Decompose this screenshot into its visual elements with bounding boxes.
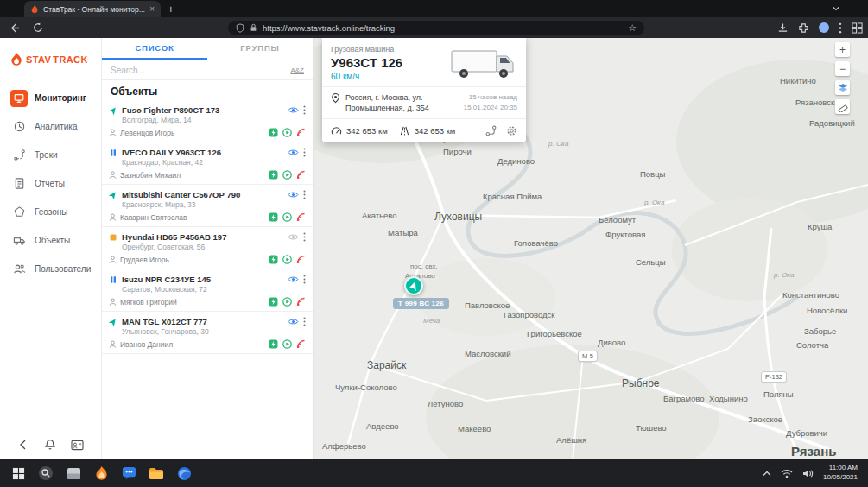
- vehicle-address: Ульяновск, Гончарова, 30: [122, 327, 306, 336]
- measure-button[interactable]: [835, 99, 850, 114]
- eye-off-icon[interactable]: [288, 233, 299, 241]
- messenger-button[interactable]: [117, 462, 140, 484]
- sidebar-item-analytics[interactable]: Аналитика: [0, 112, 101, 141]
- gps-icon[interactable]: [296, 128, 306, 137]
- profile-avatar[interactable]: [819, 22, 829, 33]
- sidebar-item-monitoring[interactable]: Мониторинг: [0, 84, 101, 112]
- stavtrack-app-button[interactable]: [90, 462, 112, 484]
- kebab-menu-icon[interactable]: [303, 232, 306, 242]
- extensions-icon[interactable]: [798, 22, 809, 34]
- map-canvas[interactable]: М-5 Р-132 Т 999 ВС 126 + −: [314, 38, 868, 459]
- tray-expand-icon[interactable]: [763, 471, 771, 477]
- ignition-icon[interactable]: [282, 297, 292, 307]
- bookmark-star-icon[interactable]: ☆: [628, 22, 637, 34]
- vehicle-row[interactable]: IVECO DAILY У963СТ 126 Краснодар, Красна…: [102, 142, 313, 185]
- notifications-bell-icon[interactable]: [44, 439, 56, 451]
- map-place-label: Зарайск: [367, 359, 406, 371]
- charge-icon[interactable]: [269, 255, 278, 264]
- sidebar-item-tracks[interactable]: Треки: [0, 141, 101, 169]
- start-button[interactable]: [7, 462, 29, 484]
- apps-grid-icon[interactable]: [852, 22, 863, 34]
- eye-icon[interactable]: [288, 275, 299, 283]
- sidebar-item-users[interactable]: Пользователи: [0, 255, 101, 283]
- gps-icon[interactable]: [296, 297, 306, 307]
- zoom-in-button[interactable]: +: [835, 42, 850, 57]
- layers-button[interactable]: [835, 80, 850, 95]
- gps-icon[interactable]: [296, 339, 306, 349]
- taskbar-clock[interactable]: 11:00 AM 10/05/2021: [823, 464, 858, 483]
- kebab-menu-icon[interactable]: [303, 105, 306, 115]
- collapse-back-icon[interactable]: [17, 439, 29, 451]
- url-text[interactable]: https://www.stavtrack.online/tracking: [263, 23, 623, 33]
- logo-flame-icon: [10, 53, 22, 66]
- search-input[interactable]: [111, 66, 290, 75]
- url-bar[interactable]: https://www.stavtrack.online/tracking ☆: [228, 21, 644, 35]
- sort-az-button[interactable]: A&Z: [290, 66, 304, 74]
- eye-icon[interactable]: [288, 318, 299, 326]
- ignition-icon[interactable]: [282, 170, 292, 180]
- ignition-icon[interactable]: [282, 255, 292, 264]
- vehicle-row[interactable]: Mitsubishi Canter С567ОР 790 Красноярск,…: [102, 185, 313, 227]
- vehicle-row[interactable]: Hyundai HD65 Р456АВ 197 Оренбург, Советс…: [102, 227, 313, 269]
- vehicle-row[interactable]: MAN TGL Х012СТ 777 Ульяновск, Гончарова,…: [102, 312, 313, 354]
- lock-icon[interactable]: [250, 23, 257, 32]
- browser-button[interactable]: [173, 462, 195, 484]
- file-manager-button[interactable]: [62, 462, 85, 484]
- vehicle-row[interactable]: Fuso Fighter Р890СТ 173 Волгоград, Мира,…: [102, 100, 313, 142]
- taskbar-search-button[interactable]: [35, 462, 57, 484]
- zoom-out-button[interactable]: −: [835, 61, 850, 76]
- ignition-icon[interactable]: [282, 339, 292, 349]
- tab-close-icon[interactable]: ×: [149, 5, 155, 14]
- ignition-icon[interactable]: [282, 212, 292, 222]
- kebab-menu-icon[interactable]: [303, 190, 306, 199]
- gps-icon[interactable]: [296, 255, 306, 264]
- map-place-label: Авдеево: [366, 421, 399, 431]
- menu-kebab-icon[interactable]: [839, 22, 842, 34]
- ignition-icon[interactable]: [282, 128, 292, 137]
- map-place-label: Меча: [423, 317, 440, 325]
- reload-icon[interactable]: [33, 22, 43, 33]
- charge-icon[interactable]: [269, 297, 278, 307]
- odometer-gauge-icon: [331, 126, 342, 136]
- gps-icon[interactable]: [296, 170, 306, 180]
- sidebar-item-objects[interactable]: Объекты: [0, 226, 101, 255]
- new-tab-button[interactable]: +: [168, 1, 174, 17]
- shield-icon[interactable]: [236, 23, 244, 33]
- tab-list[interactable]: СПИСОК: [102, 38, 207, 60]
- eye-icon[interactable]: [288, 149, 299, 156]
- vehicle-marker[interactable]: [404, 276, 423, 295]
- charge-icon[interactable]: [269, 212, 278, 222]
- eye-icon[interactable]: [288, 106, 299, 114]
- volume-icon[interactable]: [802, 469, 814, 478]
- vehicle-address: Красноярск, Мира, 33: [122, 200, 306, 209]
- marker-plate-label[interactable]: Т 999 ВС 126: [393, 298, 449, 309]
- download-icon[interactable]: [777, 22, 789, 34]
- sidebar-item-geozones[interactable]: Геозоны: [0, 198, 101, 226]
- driver-icon: [109, 256, 117, 263]
- eye-icon[interactable]: [288, 191, 299, 199]
- sidebar-item-reports[interactable]: Отчёты: [0, 169, 101, 198]
- map-place-label: р. Ока: [774, 271, 794, 279]
- charge-icon[interactable]: [269, 170, 278, 180]
- map-place-label: Тюшево: [636, 423, 667, 433]
- chevron-down-icon[interactable]: [832, 4, 840, 13]
- browser-tab[interactable]: СтавТрак - Онлайн монитор... ×: [24, 1, 161, 17]
- app-logo[interactable]: STAVTRACK: [0, 38, 101, 77]
- geozone-icon: [10, 204, 28, 221]
- vehicle-row[interactable]: Isuzu NPR С234УЕ 145 Саратов, Московская…: [102, 269, 313, 312]
- back-icon[interactable]: [9, 22, 20, 34]
- kebab-menu-icon[interactable]: [303, 317, 306, 326]
- map-place-label: р. Ока: [644, 199, 664, 206]
- settings-gear-icon[interactable]: [506, 125, 517, 136]
- gps-icon[interactable]: [296, 212, 306, 222]
- show-track-icon[interactable]: [485, 125, 497, 136]
- profile-card-icon[interactable]: [71, 440, 84, 451]
- kebab-menu-icon[interactable]: [303, 148, 306, 157]
- folder-button[interactable]: [145, 462, 168, 484]
- charge-icon[interactable]: [269, 128, 278, 137]
- kebab-menu-icon[interactable]: [303, 275, 306, 284]
- wifi-icon[interactable]: [781, 469, 793, 478]
- tab-groups[interactable]: ГРУППЫ: [207, 38, 313, 60]
- vehicle-address: Волгоград, Мира, 14: [122, 116, 306, 124]
- charge-icon[interactable]: [269, 339, 278, 349]
